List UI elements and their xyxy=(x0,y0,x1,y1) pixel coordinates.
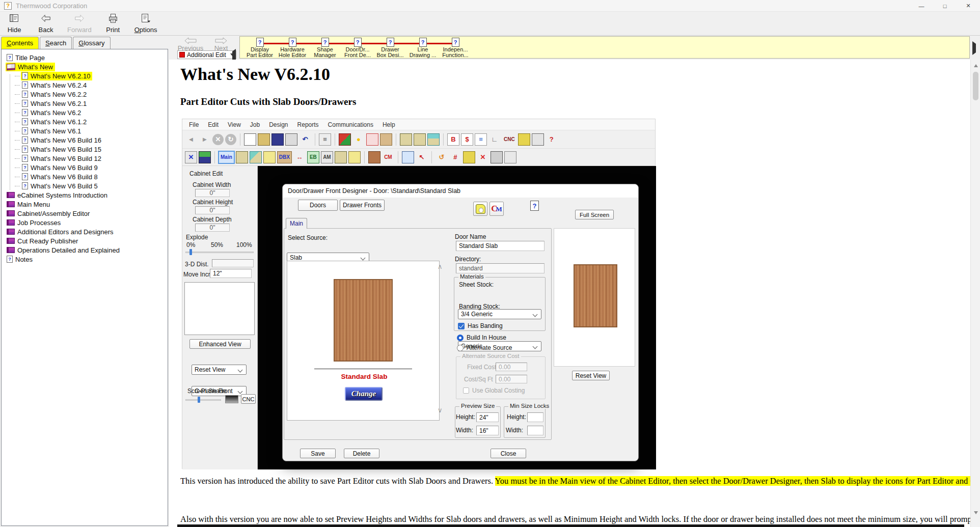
full-screen-button[interactable]: Full Screen xyxy=(575,210,614,219)
tray-icon[interactable] xyxy=(368,151,380,163)
drawer-fronts-button[interactable]: Drawer Fronts xyxy=(340,200,385,211)
hide-button[interactable]: Hide xyxy=(4,13,24,34)
light-source-icon[interactable]: ● xyxy=(352,133,365,146)
preview-scroll-up-icon[interactable]: ∧ xyxy=(438,263,443,270)
nav-back-icon[interactable]: ◄ xyxy=(185,133,197,146)
am-icon[interactable]: AM xyxy=(321,151,333,163)
bold-text-icon[interactable]: B xyxy=(447,133,459,146)
scrollbar-up-button[interactable] xyxy=(971,61,980,71)
app-menu-file[interactable]: File xyxy=(184,121,203,128)
screen-shade-track[interactable] xyxy=(185,399,221,401)
directory-field[interactable]: standard xyxy=(456,263,545,273)
tree-item-what-s-new-v6-2[interactable]: ?What's New V6.2 xyxy=(2,108,168,117)
tab-glossary[interactable]: Glossary xyxy=(73,37,110,49)
tree-item-cut-ready-publisher[interactable]: Cut Ready Publisher xyxy=(2,236,168,245)
app-menu-view[interactable]: View xyxy=(223,121,246,128)
delete-icon[interactable]: ✕ xyxy=(477,151,489,163)
min-width-field[interactable] xyxy=(527,426,543,435)
camera-icon[interactable] xyxy=(491,151,503,163)
constraint-manager-icon[interactable]: CM xyxy=(489,202,504,216)
part-editor-icon[interactable] xyxy=(473,202,487,216)
app-menu-job[interactable]: Job xyxy=(246,121,264,128)
flow-button-part-editor[interactable]: ?DisplayPart Editor xyxy=(244,38,276,58)
cnc-icon[interactable]: CNC xyxy=(502,133,516,146)
tree-item-ecabinet-systems-introduction[interactable]: eCabinet Systems Introduction xyxy=(2,190,168,200)
scrollbar-down-button[interactable] xyxy=(971,508,980,518)
scrollbar-thumb[interactable] xyxy=(973,72,978,100)
tree-item-what-s-new-v6-build-15[interactable]: ?What's New V6 Build 15 xyxy=(2,145,168,154)
tree-item-what-s-new[interactable]: What's New xyxy=(2,62,168,71)
undo-icon[interactable]: ↶ xyxy=(299,133,311,146)
app-menu-design[interactable]: Design xyxy=(264,121,292,128)
new-document-icon[interactable] xyxy=(244,133,256,146)
measure-icon[interactable]: ∟ xyxy=(488,133,501,146)
flow-button-manager[interactable]: ?ShapeManager xyxy=(309,38,341,58)
tree-item-what-s-new-v6-1[interactable]: ?What's New V6.1 xyxy=(2,126,168,135)
has-banding-checkbox[interactable]: Has Banding xyxy=(458,322,503,329)
save-2-icon[interactable] xyxy=(199,151,211,163)
flow-button-box-desi[interactable]: ?DrawerBox Desi... xyxy=(374,38,406,58)
delete-button[interactable]: Delete xyxy=(344,449,379,458)
scroll-right-arrow[interactable] xyxy=(972,44,976,53)
door-name-field[interactable]: Standard Slab xyxy=(456,241,545,251)
app-menu-help[interactable]: Help xyxy=(378,121,400,128)
drawer-icon[interactable] xyxy=(263,151,276,163)
change-button[interactable]: Change xyxy=(345,387,383,401)
next-button[interactable]: Next xyxy=(207,37,235,52)
dimensions-icon[interactable]: ↔ xyxy=(293,151,306,163)
tree-item-what-s-new-v6-build-9[interactable]: ?What's New V6 Build 9 xyxy=(2,163,168,172)
min-height-field[interactable] xyxy=(527,412,543,422)
tree-item-what-s-new-v6-2-10[interactable]: ?What's New V6.2.10 xyxy=(2,71,168,80)
tab-main[interactable]: Main xyxy=(286,218,307,229)
app-menu-reports[interactable]: Reports xyxy=(293,121,323,128)
grid-icon[interactable] xyxy=(518,133,530,146)
dialog-help-icon[interactable]: ? xyxy=(530,201,539,211)
cabinet-depth-field[interactable]: 0" xyxy=(195,224,230,232)
print-button[interactable]: Print xyxy=(103,13,123,34)
flow-button-drawing[interactable]: ?LineDrawing ... xyxy=(407,38,439,58)
keyboard-icon[interactable] xyxy=(532,133,544,146)
exit-icon[interactable]: ✕ xyxy=(185,151,197,163)
tree-item-cabinet-assembly-editor[interactable]: Cabinet/Assembly Editor xyxy=(2,209,168,218)
render-colors-icon[interactable] xyxy=(339,133,351,146)
maximize-button[interactable]: □ xyxy=(933,0,957,12)
tree-item-what-s-new-v6-1-2[interactable]: ?What's New V6.1.2 xyxy=(2,117,168,126)
dialog-reset-view-button[interactable]: Reset View xyxy=(572,371,610,380)
rotate-tool-icon[interactable]: ↺ xyxy=(435,151,448,163)
constraint-manager-icon[interactable]: CM xyxy=(382,151,394,163)
explode-slider-thumb[interactable] xyxy=(189,249,192,255)
flow-button-front-de[interactable]: ?Door/Dr...Front De... xyxy=(342,38,373,58)
align-dims-icon[interactable]: # xyxy=(449,151,461,163)
tree-item-title-page[interactable]: ?Title Page xyxy=(2,53,168,62)
flow-button-function[interactable]: ?Indepen...Function... xyxy=(440,38,471,58)
tree-item-what-s-new-v6-build-12[interactable]: ?What's New V6 Build 12 xyxy=(2,154,168,163)
app-menu-edit[interactable]: Edit xyxy=(203,121,223,128)
cnc-button[interactable]: CNC xyxy=(241,394,256,404)
tree-item-what-s-new-v6-2-1[interactable]: ?What's New V6.2.1 xyxy=(2,99,168,108)
minimize-button[interactable]: — xyxy=(910,0,933,12)
cancel-icon[interactable]: ✕ xyxy=(212,134,224,145)
refresh-icon[interactable]: ↻ xyxy=(225,134,236,145)
content-scrollbar[interactable] xyxy=(970,60,980,527)
tree-item-what-s-new-v6-build-8[interactable]: ?What's New V6 Build 8 xyxy=(2,172,168,181)
sheet-stock-dropdown[interactable]: 3/4 Generic xyxy=(458,309,541,319)
door-styles-icon[interactable] xyxy=(380,133,392,146)
enhanced-view-button[interactable]: Enhanced View xyxy=(189,339,251,349)
back-button[interactable]: Back xyxy=(36,13,56,34)
tree-item-operations-detailed-and-explained[interactable]: Operations Detailed and Explained xyxy=(2,245,168,255)
grid-2-icon[interactable] xyxy=(463,151,475,163)
reset-view-dropdown[interactable]: Reset View xyxy=(192,365,247,375)
view-properties-icon[interactable]: ≡ xyxy=(319,133,331,146)
tree-item-additional-editors-and-designers[interactable]: Additional Editors and Designers xyxy=(2,227,168,236)
explode-slider-track[interactable] xyxy=(185,252,254,253)
save-button[interactable]: Save xyxy=(300,449,336,458)
tree-item-what-s-new-v6-2-4[interactable]: ?What's New V6.2.4 xyxy=(2,80,168,90)
corner-shape-icon[interactable] xyxy=(348,151,361,163)
alternate-source-radio[interactable]: Alternate Source xyxy=(457,344,512,351)
selection-listbox[interactable] xyxy=(184,282,255,335)
cabinet-2-icon[interactable] xyxy=(414,133,426,146)
open-folder-icon[interactable] xyxy=(258,133,270,146)
molding-profile-icon[interactable] xyxy=(366,133,378,146)
cabinet-section-icon[interactable] xyxy=(250,151,262,163)
cabinet-3-icon[interactable] xyxy=(427,133,440,146)
